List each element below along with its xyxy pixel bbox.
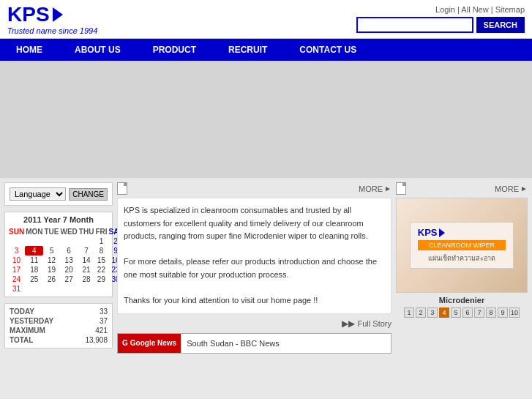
product-image-inner: KPS CLEANROOM WIPER แผ่นเช็ดทำความสะอาด: [397, 198, 527, 292]
news-bar: G Google News South Sudan - BBC News: [117, 333, 391, 354]
product-image: KPS CLEANROOM WIPER แผ่นเช็ดทำความสะอาด: [396, 198, 528, 293]
navigation: HOME ABOUT US PRODUCT RECRUIT CONTACT US: [0, 39, 532, 61]
film-icon: ▶▶: [342, 318, 355, 329]
stat-yesterday-value: 37: [74, 316, 109, 326]
stat-maximum: MAXIMUM 421: [8, 326, 109, 335]
page-9[interactable]: 9: [498, 307, 508, 318]
document-icon: [117, 182, 127, 195]
more-arrow-icon: ►: [384, 184, 391, 193]
page-4[interactable]: 4: [439, 307, 449, 318]
nav-product[interactable]: PRODUCT: [137, 39, 212, 61]
cal-header-tue: TUE: [43, 227, 59, 236]
nav-recruit[interactable]: RECRUIT: [212, 39, 283, 61]
right-sidebar: MORE ► KPS CLEANROOM WIPER แผ่นเช็ดทำควา…: [396, 182, 528, 354]
product-brand: KPS: [418, 227, 506, 238]
cal-week-5: 24 25 26 27 28 29 30: [8, 275, 124, 284]
cal-header-thu: THU: [78, 227, 95, 236]
page-1[interactable]: 1: [404, 307, 414, 318]
cal-header-mon: MON: [25, 227, 43, 236]
header: KPS Trusted name since 1994 Login | All …: [0, 0, 532, 39]
center-content: MORE ► KPS is specialized in cleanroom c…: [113, 182, 396, 354]
full-story-area: ▶▶ Full Story: [117, 318, 391, 329]
top-links: Login | All New | Sitemap: [435, 5, 525, 14]
cal-header-fri: FRI: [94, 227, 108, 236]
stats-table: TODAY 33 YESTERDAY 37 MAXIMUM 421 TOTAL …: [8, 307, 109, 345]
main-content: Language CHANGE 2011 Year 7 Month SUN MO…: [0, 178, 532, 358]
stat-total: TOTAL 13,908: [8, 335, 109, 345]
cal-week-1: 1 2: [8, 236, 124, 246]
right-more-label: MORE: [495, 184, 519, 193]
right-more-arrow-icon: ►: [520, 184, 528, 193]
sitemap-link[interactable]: Sitemap: [495, 5, 525, 14]
search-area: SEARCH: [356, 17, 525, 33]
stat-yesterday: YESTERDAY 37: [8, 316, 109, 326]
search-input[interactable]: [356, 17, 473, 33]
calendar-table: SUN MON TUE WED THU FRI SAT 1 2: [8, 227, 124, 294]
logo-kps-text: KPS: [7, 3, 50, 26]
stat-maximum-label: MAXIMUM: [8, 326, 74, 335]
right-header: MORE ►: [396, 182, 528, 195]
stats-box: TODAY 33 YESTERDAY 37 MAXIMUM 421 TOTAL …: [4, 303, 113, 348]
page-10[interactable]: 10: [509, 307, 520, 318]
nav-contact[interactable]: CONTACT US: [283, 39, 372, 61]
google-g-icon: G: [122, 339, 128, 347]
more-link[interactable]: MORE ►: [359, 184, 391, 193]
calendar: 2011 Year 7 Month SUN MON TUE WED THU FR…: [4, 212, 113, 297]
more-label: MORE: [359, 184, 383, 193]
google-news-badge: G Google News: [118, 334, 181, 353]
cal-header-wed: WED: [59, 227, 78, 236]
cal-header-sun: SUN: [8, 227, 25, 236]
language-select[interactable]: Language: [10, 187, 66, 201]
product-detail: แผ่นเช็ดทำความสะอาด: [418, 253, 506, 264]
logo-area: KPS Trusted name since 1994: [7, 3, 97, 35]
page-3[interactable]: 3: [427, 307, 438, 318]
all-new-link[interactable]: All New: [461, 5, 488, 14]
product-name: Microdenier: [396, 296, 528, 305]
login-link[interactable]: Login: [435, 5, 455, 14]
page-7[interactable]: 7: [474, 307, 484, 318]
search-button[interactable]: SEARCH: [476, 17, 525, 33]
page-8[interactable]: 8: [486, 307, 496, 318]
full-story-link[interactable]: Full Story: [358, 319, 391, 328]
cal-week-3: 10 11 12 13 14 15 16: [8, 256, 124, 265]
right-document-icon: [396, 182, 406, 195]
google-news-label: Google News: [130, 339, 176, 347]
page-5[interactable]: 5: [451, 307, 461, 318]
cal-week-2: 3 4 5 6 7 8 9: [8, 246, 124, 256]
cal-week-6: 31: [8, 284, 124, 294]
product-type: CLEANROOM WIPER: [418, 240, 506, 250]
tagline: Trusted name since 1994: [7, 26, 97, 35]
stat-yesterday-label: YESTERDAY: [8, 316, 74, 326]
stat-today: TODAY 33: [8, 307, 109, 316]
page-2[interactable]: 2: [416, 307, 426, 318]
nav-home[interactable]: HOME: [0, 39, 59, 61]
stat-today-value: 33: [74, 307, 109, 316]
content-body: KPS is specialized in cleanroom consumab…: [117, 198, 391, 314]
right-more-link[interactable]: MORE ►: [495, 184, 528, 193]
product-pagination: 1 2 3 4 5 6 7 8 9 10: [396, 307, 528, 318]
logo: KPS: [7, 3, 97, 26]
stat-maximum-value: 421: [74, 326, 109, 335]
center-header: MORE ►: [117, 182, 391, 195]
page-6[interactable]: 6: [462, 307, 473, 318]
stat-total-label: TOTAL: [8, 335, 74, 345]
stat-today-label: TODAY: [8, 307, 74, 316]
sidebar: Language CHANGE 2011 Year 7 Month SUN MO…: [4, 182, 113, 354]
product-card: KPS CLEANROOM WIPER แผ่นเช็ดทำความสะอาด: [410, 222, 514, 269]
product-arrow-icon: [439, 228, 445, 237]
cal-week-4: 17 18 19 20 21 22 23: [8, 265, 124, 275]
top-right-area: Login | All New | Sitemap SEARCH: [356, 5, 525, 33]
calendar-title: 2011 Year 7 Month: [8, 215, 109, 224]
logo-arrow-icon: [53, 7, 63, 22]
news-text: South Sudan - BBC News: [181, 339, 285, 348]
nav-about[interactable]: ABOUT US: [59, 39, 137, 61]
banner: [0, 61, 532, 178]
change-language-button[interactable]: CHANGE: [69, 188, 108, 201]
language-box: Language CHANGE: [4, 182, 113, 206]
stat-total-value: 13,908: [74, 335, 109, 345]
